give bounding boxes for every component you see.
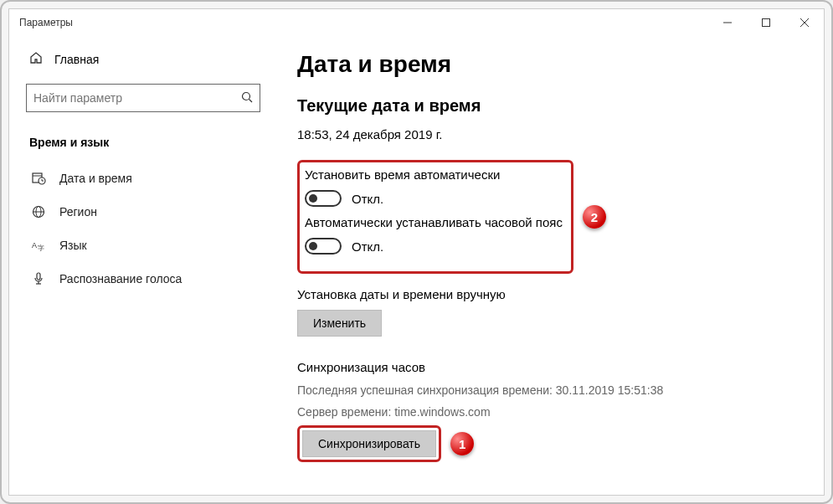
annotation-callout-1: 1 bbox=[450, 432, 474, 455]
current-datetime-title: Текущие дата и время bbox=[297, 96, 804, 116]
auto-timezone-label: Автоматически устанавливать часовой пояс bbox=[305, 215, 563, 229]
sidebar-item-label: Распознавание голоса bbox=[59, 272, 182, 285]
sidebar-item-label: Регион bbox=[59, 205, 97, 219]
svg-text:A: A bbox=[32, 241, 37, 249]
sync-title: Синхронизация часов bbox=[297, 360, 804, 374]
sync-server-label: Сервер времени: time.windows.com bbox=[297, 404, 804, 421]
manual-set-label: Установка даты и времени вручную bbox=[297, 287, 804, 301]
globe-icon bbox=[29, 205, 48, 219]
maximize-button[interactable] bbox=[747, 9, 785, 36]
auto-time-state: Откл. bbox=[352, 192, 383, 206]
annotation-box-toggles: Установить время автоматически Откл. Авт… bbox=[297, 160, 573, 274]
current-datetime-value: 18:53, 24 декабря 2019 г. bbox=[297, 127, 804, 141]
svg-line-5 bbox=[249, 99, 253, 102]
minimize-button[interactable] bbox=[708, 9, 747, 36]
language-icon: A字 bbox=[29, 239, 48, 252]
search-icon bbox=[241, 91, 253, 105]
search-box[interactable] bbox=[26, 84, 260, 112]
settings-window: Параметры Главная bbox=[8, 8, 825, 496]
svg-text:字: 字 bbox=[38, 244, 44, 252]
sidebar-item-language[interactable]: A字 Язык bbox=[26, 229, 260, 262]
sidebar: Главная Время и язык Дата и время bbox=[9, 36, 277, 495]
svg-rect-16 bbox=[37, 273, 40, 280]
section-title: Время и язык bbox=[26, 129, 260, 161]
sync-button[interactable]: Синхронизировать bbox=[302, 430, 436, 457]
titlebar: Параметры bbox=[9, 9, 824, 36]
annotation-callout-2: 2 bbox=[583, 205, 606, 229]
main-content: Дата и время Текущие дата и время 18:53,… bbox=[277, 36, 824, 495]
sidebar-item-speech[interactable]: Распознавание голоса bbox=[26, 262, 260, 296]
home-icon bbox=[29, 51, 43, 67]
microphone-icon bbox=[29, 272, 48, 285]
auto-time-label: Установить время автоматически bbox=[305, 167, 563, 182]
auto-timezone-state: Откл. bbox=[352, 239, 383, 254]
home-label: Главная bbox=[54, 53, 99, 66]
close-button[interactable] bbox=[785, 9, 824, 36]
sidebar-item-label: Дата и время bbox=[59, 172, 132, 185]
sidebar-item-label: Язык bbox=[59, 239, 87, 252]
sidebar-item-region[interactable]: Регион bbox=[26, 195, 260, 229]
home-link[interactable]: Главная bbox=[26, 44, 260, 74]
auto-time-toggle[interactable] bbox=[305, 190, 342, 207]
svg-point-4 bbox=[243, 92, 250, 100]
sync-last-label: Последняя успешная синхронизация времени… bbox=[297, 383, 804, 399]
search-input[interactable] bbox=[33, 91, 241, 105]
change-button[interactable]: Изменить bbox=[297, 310, 382, 337]
svg-rect-1 bbox=[763, 19, 770, 27]
calendar-clock-icon bbox=[29, 171, 48, 185]
sidebar-item-datetime[interactable]: Дата и время bbox=[26, 161, 260, 195]
auto-timezone-toggle[interactable] bbox=[305, 238, 342, 255]
window-title: Параметры bbox=[19, 17, 73, 28]
page-title: Дата и время bbox=[297, 51, 804, 78]
annotation-box-sync: Синхронизировать 1 bbox=[297, 425, 441, 462]
